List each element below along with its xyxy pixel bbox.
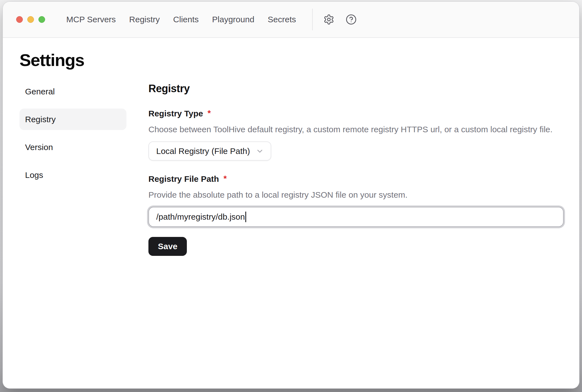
registry-settings-panel: Registry Registry Type * Choose between … <box>148 81 564 256</box>
app-window: MCP Servers Registry Clients Playground … <box>3 1 579 389</box>
sidebar-item-general[interactable]: General <box>19 81 126 102</box>
registry-file-path-input[interactable]: /path/myregistry/db.json <box>148 207 564 227</box>
registry-type-field: Registry Type * Choose between ToolHive … <box>148 108 564 161</box>
top-nav: MCP Servers Registry Clients Playground … <box>66 1 296 38</box>
required-marker: * <box>223 173 227 183</box>
registry-file-path-field: Registry File Path * Provide the absolut… <box>148 173 564 227</box>
page-title: Settings <box>19 50 564 71</box>
sidebar-item-registry[interactable]: Registry <box>19 109 126 130</box>
registry-file-path-description: Provide the absolute path to a local reg… <box>148 189 564 201</box>
text-caret <box>245 212 246 222</box>
help-button[interactable] <box>345 13 357 26</box>
zoom-window-icon[interactable] <box>38 16 45 23</box>
registry-type-selected-value: Local Registry (File Path) <box>156 146 250 156</box>
window-controls <box>16 16 45 23</box>
section-heading: Registry <box>148 82 564 95</box>
gear-icon <box>323 14 334 25</box>
settings-button[interactable] <box>323 13 335 26</box>
registry-file-path-label: Registry File Path <box>148 173 219 185</box>
sidebar-item-version[interactable]: Version <box>19 136 126 158</box>
save-button[interactable]: Save <box>148 237 187 256</box>
settings-page: Settings General Registry Version Logs R… <box>3 38 579 256</box>
titlebar-divider <box>312 9 313 30</box>
nav-item-clients[interactable]: Clients <box>173 1 199 38</box>
nav-item-secrets[interactable]: Secrets <box>268 1 296 38</box>
registry-file-path-value: /path/myregistry/db.json <box>156 212 245 222</box>
registry-type-description: Choose between ToolHive default registry… <box>148 124 564 135</box>
chevron-down-icon <box>256 147 264 155</box>
minimize-window-icon[interactable] <box>27 16 34 23</box>
nav-item-registry[interactable]: Registry <box>129 1 160 38</box>
titlebar: MCP Servers Registry Clients Playground … <box>3 2 579 38</box>
registry-type-label: Registry Type <box>148 108 203 119</box>
nav-item-mcp-servers[interactable]: MCP Servers <box>66 1 116 38</box>
nav-item-playground[interactable]: Playground <box>212 1 255 38</box>
sidebar-item-logs[interactable]: Logs <box>19 164 126 186</box>
settings-sidebar: General Registry Version Logs <box>19 81 126 256</box>
close-window-icon[interactable] <box>16 16 23 23</box>
required-marker: * <box>207 108 211 118</box>
registry-type-select[interactable]: Local Registry (File Path) <box>148 141 271 161</box>
help-circle-icon <box>346 14 357 25</box>
